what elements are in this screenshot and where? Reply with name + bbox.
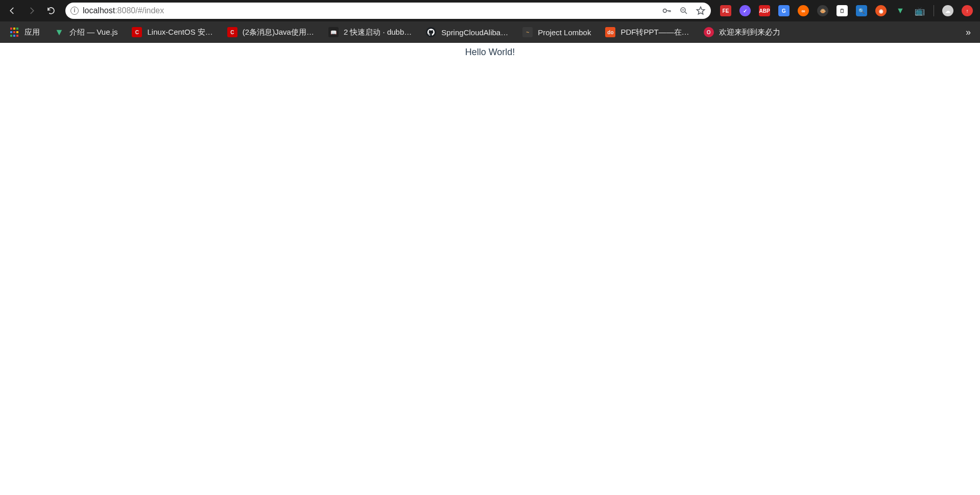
ext-ubuntu-icon[interactable]: ◉ [875, 5, 887, 16]
apps-icon [9, 27, 19, 37]
bookmark-label: SpringCloudAliba… [441, 28, 508, 37]
bookmark-spring-alibaba[interactable]: SpringCloudAliba… [426, 27, 508, 37]
bookmark-label: 应用 [25, 28, 40, 37]
github-icon [426, 27, 436, 37]
ext-monkey-icon[interactable]: 🐵 [817, 5, 828, 16]
page-content: Hello World! [0, 43, 980, 58]
extensions-strip: FE ✓ ABP G ∞ 🐵 🗒 🔍 ◉ ▼ 📺 ☁ ↑ [717, 5, 976, 16]
vue-icon: ▼ [54, 27, 64, 37]
book-icon: 📖 [328, 27, 339, 37]
do-icon: do [605, 27, 615, 37]
bookmark-label: 欢迎来到到来必力 [719, 28, 780, 37]
address-bar[interactable]: i localhost:8080/#/index [65, 3, 711, 19]
bookmark-label: PDF转PPT——在… [620, 28, 689, 37]
bookmark-pdf[interactable]: do PDF转PPT——在… [605, 27, 689, 37]
omnibox-actions [662, 6, 706, 16]
ext-fe-icon[interactable]: FE [720, 5, 731, 16]
bookmark-java[interactable]: C (2条消息)Java使用… [227, 27, 314, 37]
ext-tv-icon[interactable]: 📺 [914, 5, 925, 16]
bookmark-label: Project Lombok [538, 28, 591, 37]
bookmark-label: (2条消息)Java使用… [243, 28, 314, 37]
bookmark-dubbo[interactable]: 📖 2 快速启动 · dubb… [328, 27, 412, 37]
bookmark-linux[interactable]: C Linux-CentOS 安… [132, 27, 212, 37]
lombok-icon: ~ [522, 27, 533, 37]
key-icon[interactable] [662, 6, 672, 16]
csdn-icon: C [227, 27, 237, 37]
profile-avatar[interactable]: ☁ [942, 5, 953, 16]
bookmark-label: 介绍 — Vue.js [69, 28, 117, 37]
bookmark-lombok[interactable]: ~ Project Lombok [522, 27, 591, 37]
svg-point-0 [663, 9, 667, 13]
opera-icon: O [704, 27, 714, 37]
bookmark-label: 2 快速启动 · dubb… [344, 28, 412, 37]
ext-infinity-icon[interactable]: ∞ [798, 5, 809, 16]
bookmark-apps[interactable]: 应用 [9, 27, 40, 37]
bookmark-label: Linux-CentOS 安… [147, 28, 212, 37]
ext-check-icon[interactable]: ✓ [739, 5, 751, 16]
url-text: localhost:8080/#/index [83, 6, 658, 15]
star-icon[interactable] [696, 6, 706, 16]
ext-paper-icon[interactable]: 🗒 [836, 5, 848, 16]
site-info-icon[interactable]: i [70, 7, 79, 15]
back-button[interactable] [4, 3, 20, 19]
ext-google-translate-icon[interactable]: G [778, 5, 790, 16]
ext-ce-icon[interactable]: 🔍 [856, 5, 867, 16]
csdn-icon: C [132, 27, 142, 37]
browser-nav-bar: i localhost:8080/#/index FE ✓ ABP G ∞ 🐵 … [0, 0, 980, 21]
ext-vue-icon[interactable]: ▼ [895, 5, 906, 16]
forward-button[interactable] [23, 3, 40, 19]
bookmark-overflow-icon[interactable]: » [966, 27, 971, 38]
reload-button[interactable] [43, 3, 59, 19]
hello-world-text: Hello World! [465, 47, 515, 58]
ext-up-icon[interactable]: ↑ [962, 5, 973, 16]
zoom-icon[interactable] [679, 6, 688, 15]
bookmarks-bar: 应用 ▼ 介绍 — Vue.js C Linux-CentOS 安… C (2条… [0, 21, 980, 43]
bookmark-bili[interactable]: O 欢迎来到到来必力 [704, 27, 780, 37]
ext-separator [934, 5, 934, 16]
bookmark-vue[interactable]: ▼ 介绍 — Vue.js [54, 27, 117, 37]
ext-abp-icon[interactable]: ABP [759, 5, 770, 16]
